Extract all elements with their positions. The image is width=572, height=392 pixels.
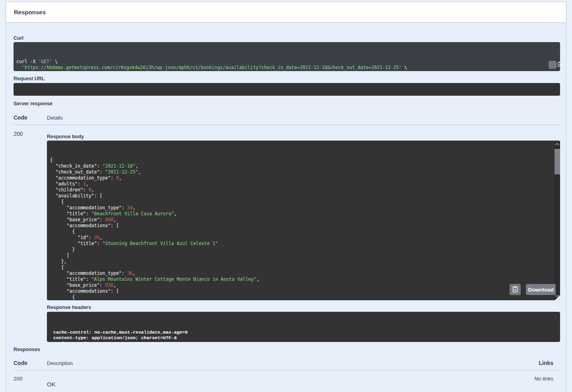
code-line: ] — [50, 253, 552, 259]
code-line: "check_in_date": "2021-12-18", — [50, 163, 552, 169]
code-line: "title": "Stunning Beachfront Villa Azul… — [50, 241, 552, 247]
code-line: { — [50, 199, 552, 205]
response-description-cell: OK — [47, 381, 56, 388]
code-line: "title": "Alps Mountains Winter Cottage … — [50, 276, 552, 282]
download-button[interactable]: Download — [526, 284, 556, 295]
curl-command: curl -X 'GET' \ 'https://hbdemo.getmotop… — [14, 42, 560, 71]
chevron-up-icon[interactable] — [555, 143, 559, 147]
server-response-code-header: Code — [14, 114, 27, 121]
copy-curl-button[interactable] — [549, 61, 556, 69]
server-response-label: Server response — [14, 101, 52, 106]
api-responses-page: Responses Curl curl -X 'GET' \ 'https://… — [0, 0, 572, 392]
response-code-cell: 200 — [14, 376, 23, 382]
code-line: 'https://hbdemo.getmotopress.com/cir0sgv… — [16, 65, 557, 71]
code-line: "title": "Beachfront Villa Casa Aurora", — [50, 211, 552, 217]
code-line: "accommodations": [ — [50, 288, 552, 294]
responses-description-header: Description — [47, 360, 73, 366]
response-headers-label: Response headers — [47, 305, 91, 310]
code-line: "base_price": 938, — [50, 282, 552, 288]
code-line: "accommodation_type": 36, — [50, 270, 552, 276]
response-headers-lines: cache-control: no-cache,must-revalidate,… — [53, 330, 554, 342]
response-body-scrollbar[interactable] — [555, 141, 560, 300]
server-response-divider — [14, 125, 559, 125]
response-links-cell: No links — [500, 376, 553, 382]
code-line: "children": 0, — [50, 187, 552, 193]
code-line: }, — [50, 259, 552, 265]
opblock-container: Responses Curl curl -X 'GET' \ 'https://… — [6, 2, 566, 392]
scrollbar-thumb[interactable] — [555, 149, 560, 174]
server-response-details-header: Details — [47, 115, 63, 121]
server-response-code-value: 200 — [14, 131, 23, 137]
responses-code-header: Code — [14, 360, 27, 366]
code-line: -H 'accept: application/json' \ — [16, 71, 557, 71]
code-line: expires: Wed,11 Jan 1984 05:00:00 GMT — [53, 341, 554, 342]
code-line: { — [50, 157, 552, 163]
code-line: "availability": [ — [50, 193, 552, 199]
section-title: Responses — [14, 9, 46, 15]
request-url-block: https://hbdemo.getmotopress.com/cir0sgvk… — [14, 83, 560, 96]
code-line: "base_price": 840, — [50, 217, 552, 223]
code-line: "check_out_date": "2021-12-25", — [50, 169, 552, 175]
curl-command-lines: curl -X 'GET' \ 'https://hbdemo.getmotop… — [16, 59, 557, 71]
responses-links-header: Links — [500, 360, 553, 366]
response-body-label: Response body — [47, 134, 84, 139]
responses-table-label: Responses — [14, 347, 40, 352]
code-line: "accommodation_type": 0, — [50, 175, 552, 181]
code-line: cache-control: no-cache,must-revalidate,… — [53, 330, 554, 335]
resize-grip[interactable] — [555, 295, 560, 300]
response-body: { "check_in_date": "2021-12-18", "check_… — [47, 141, 560, 300]
code-line: content-type: application/json; charset=… — [53, 335, 554, 341]
code-line: { — [50, 265, 552, 270]
clipboard-icon — [543, 56, 560, 71]
code-line: "accommodations": [ — [50, 223, 552, 229]
response-body-lines: { "check_in_date": "2021-12-18", "check_… — [50, 157, 552, 300]
code-line: { — [50, 229, 552, 235]
code-line: "id": 35, — [50, 235, 552, 241]
code-line: } — [50, 247, 552, 253]
code-line: "adults": 1, — [50, 181, 552, 187]
request-url-label: Request URL — [14, 76, 45, 81]
code-line: { — [50, 294, 552, 300]
copy-response-button[interactable] — [510, 284, 521, 295]
responses-section-header: Responses — [6, 2, 566, 22]
responses-divider — [14, 370, 559, 371]
response-headers: cache-control: no-cache,must-revalidate,… — [47, 312, 560, 342]
clipboard-icon — [512, 286, 518, 294]
code-line: "accommodation_type": 34, — [50, 205, 552, 211]
code-line: curl -X 'GET' \ — [16, 59, 557, 65]
curl-label: Curl — [14, 35, 23, 41]
